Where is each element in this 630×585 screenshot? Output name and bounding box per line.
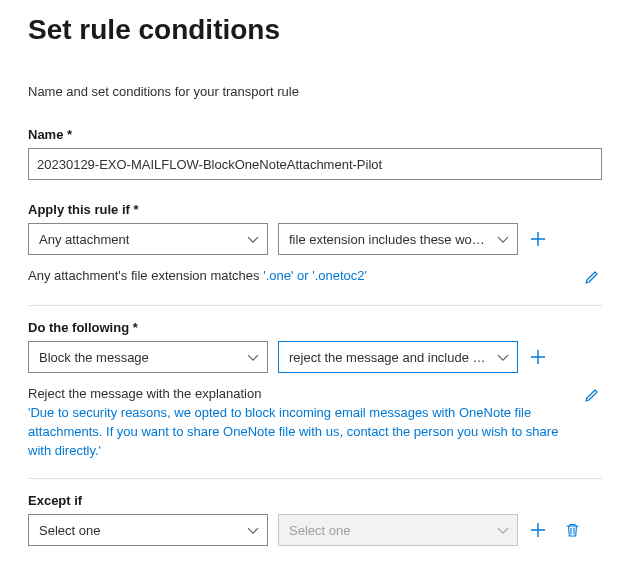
except-if-predicate-dropdown: Select one [278, 514, 518, 546]
name-input[interactable] [28, 148, 602, 180]
chevron-down-icon [247, 528, 259, 536]
name-label: Name * [28, 127, 602, 142]
page-title: Set rule conditions [28, 14, 602, 46]
do-following-detail-dropdown[interactable]: reject the message and include an exp… [278, 341, 518, 373]
do-following-summary: Reject the message with the explanation … [28, 385, 582, 460]
chevron-down-icon [247, 354, 259, 362]
chevron-down-icon [497, 354, 509, 362]
apply-if-label: Apply this rule if * [28, 202, 602, 217]
except-if-condition-dropdown[interactable]: Select one [28, 514, 268, 546]
edit-do-following-button[interactable] [582, 385, 602, 405]
add-action-button[interactable] [528, 347, 548, 367]
apply-if-condition-value: Any attachment [39, 232, 129, 247]
do-following-action-dropdown[interactable]: Block the message [28, 341, 268, 373]
divider [28, 478, 602, 479]
add-condition-button[interactable] [528, 229, 548, 249]
apply-if-condition-dropdown[interactable]: Any attachment [28, 223, 268, 255]
add-exception-button[interactable] [528, 520, 548, 540]
apply-if-predicate-value: file extension includes these words [289, 232, 487, 247]
chevron-down-icon [497, 528, 509, 536]
do-following-detail-value: reject the message and include an exp… [289, 350, 487, 365]
do-following-action-value: Block the message [39, 350, 149, 365]
apply-if-predicate-dropdown[interactable]: file extension includes these words [278, 223, 518, 255]
chevron-down-icon [247, 236, 259, 244]
divider [28, 305, 602, 306]
edit-apply-if-button[interactable] [582, 267, 602, 287]
except-if-label: Except if [28, 493, 602, 508]
except-if-condition-value: Select one [39, 523, 100, 538]
page-subtitle: Name and set conditions for your transpo… [28, 84, 602, 99]
chevron-down-icon [497, 236, 509, 244]
do-following-label: Do the following * [28, 320, 602, 335]
apply-if-summary: Any attachment's file extension matches … [28, 267, 582, 286]
delete-exception-button[interactable] [562, 520, 582, 540]
except-if-predicate-value: Select one [289, 523, 350, 538]
